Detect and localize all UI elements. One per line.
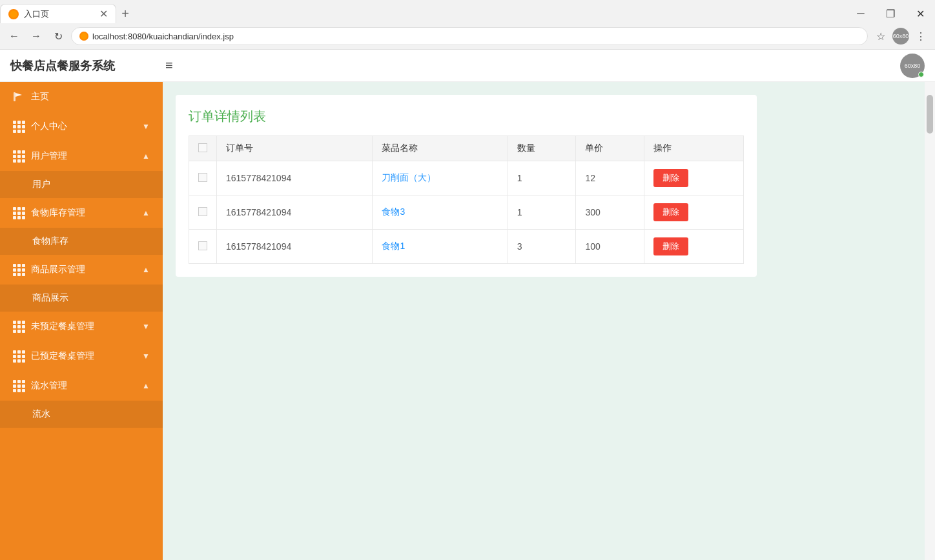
- header-operation: 操作: [644, 136, 744, 161]
- row2-order-id: 1615778421094: [217, 195, 373, 230]
- sidebar-item-home[interactable]: 主页: [0, 82, 163, 112]
- sidebar-sub-item-food-inventory[interactable]: 食物库存: [0, 228, 163, 255]
- sidebar-item-user-mgmt[interactable]: 用户管理 ▲: [0, 141, 163, 171]
- sidebar-sub-item-product-display[interactable]: 商品展示: [0, 285, 163, 312]
- row3-dish-name: 食物1: [373, 230, 508, 264]
- header-dish-name: 菜品名称: [373, 136, 508, 161]
- main-area: 主页 个人中心 ▼ 用户管理 ▲ 用户: [0, 82, 935, 560]
- restore-button[interactable]: ❐: [876, 2, 905, 25]
- grid-icon-reserved: [13, 350, 25, 362]
- row1-qty: 1: [508, 161, 576, 195]
- row1-checkbox-cell: [189, 161, 217, 195]
- sidebar: 主页 个人中心 ▼ 用户管理 ▲ 用户: [0, 82, 163, 560]
- sidebar-sub-item-flow[interactable]: 流水: [0, 401, 163, 428]
- sidebar-item-flow-mgmt[interactable]: 流水管理 ▲: [0, 371, 163, 401]
- browser-chrome: 入口页 ✕ + ─ ❐ ✕ ← → ↻ localhost:8080/kuaic…: [0, 0, 935, 50]
- table-row: 1615778421094 刀削面（大） 1 12 删除: [189, 161, 744, 195]
- new-tab-button[interactable]: +: [116, 5, 134, 23]
- address-bar[interactable]: localhost:8080/kuaichandian/index.jsp: [71, 27, 868, 45]
- flow-arrow: ▲: [142, 381, 150, 390]
- url-text: localhost:8080/kuaichandian/index.jsp: [92, 32, 234, 41]
- window-controls: ─ ❐ ✕: [846, 2, 935, 25]
- sidebar-item-personal-label: 个人中心: [31, 121, 136, 132]
- sidebar-item-personal[interactable]: 个人中心 ▼: [0, 112, 163, 141]
- grid-icon-flow: [13, 380, 25, 392]
- table-header-row: 订单号 菜品名称 数量 单价 操作: [189, 136, 744, 161]
- row2-delete-button[interactable]: 删除: [653, 203, 688, 221]
- order-detail-table: 订单号 菜品名称 数量 单价 操作 1615: [189, 135, 744, 264]
- tab-favicon: [8, 9, 19, 19]
- header-unit-price: 单价: [576, 136, 644, 161]
- grid-icon-user-mgmt: [13, 150, 25, 162]
- address-bar-row: ← → ↻ localhost:8080/kuaichandian/index.…: [0, 23, 935, 49]
- sidebar-item-reserved-label: 已预定餐桌管理: [31, 350, 136, 362]
- row3-operation: 删除: [644, 230, 744, 264]
- user-mgmt-arrow: ▲: [142, 152, 150, 161]
- row1-operation: 删除: [644, 161, 744, 195]
- close-button[interactable]: ✕: [905, 2, 935, 25]
- row2-dish-name: 食物3: [373, 195, 508, 230]
- row3-order-id: 1615778421094: [217, 230, 373, 264]
- row3-delete-button[interactable]: 删除: [653, 237, 688, 255]
- reserved-arrow: ▼: [142, 352, 150, 361]
- sub-item-user-label: 用户: [32, 179, 50, 190]
- row3-checkbox-cell: [189, 230, 217, 264]
- header-right: 60x80: [900, 54, 925, 78]
- tab-bar: 入口页 ✕ + ─ ❐ ✕: [0, 0, 935, 23]
- refresh-button[interactable]: ↻: [49, 27, 67, 45]
- table-row: 1615778421094 食物1 3 100 删除: [189, 230, 744, 264]
- row1-delete-button[interactable]: 删除: [653, 169, 688, 187]
- row3-qty: 3: [508, 230, 576, 264]
- row1-dish-name: 刀削面（大）: [373, 161, 508, 195]
- user-avatar[interactable]: 60x80: [900, 54, 925, 78]
- header-checkbox-cell: [189, 136, 217, 161]
- content-area: 订单详情列表 订单号 菜品名称 数量 单价 操作: [163, 82, 925, 560]
- sidebar-sub-item-user[interactable]: 用户: [0, 171, 163, 198]
- hamburger-button[interactable]: ≡: [165, 58, 173, 73]
- table-title: 订单详情列表: [189, 108, 744, 125]
- unreserved-arrow: ▼: [142, 322, 150, 331]
- browser-menu-button[interactable]: ⋮: [912, 27, 930, 45]
- grid-icon-food: [13, 207, 25, 219]
- sub-item-flow-label: 流水: [32, 408, 50, 420]
- header-checkbox[interactable]: [198, 143, 207, 152]
- row2-checkbox[interactable]: [198, 207, 207, 216]
- row2-operation: 删除: [644, 195, 744, 230]
- row1-checkbox[interactable]: [198, 173, 207, 182]
- sidebar-item-product-display[interactable]: 商品展示管理 ▲: [0, 255, 163, 285]
- scrollbar[interactable]: [925, 82, 935, 560]
- app-logo: 快餐店点餐服务系统: [10, 58, 165, 74]
- row3-checkbox[interactable]: [198, 241, 207, 250]
- sidebar-item-home-label: 主页: [31, 91, 150, 103]
- sidebar-item-unreserved-label: 未预定餐桌管理: [31, 321, 136, 332]
- scroll-thumb[interactable]: [927, 95, 933, 134]
- active-tab[interactable]: 入口页 ✕: [0, 4, 116, 23]
- forward-button[interactable]: →: [27, 27, 45, 45]
- row3-price: 100: [576, 230, 644, 264]
- sidebar-item-unreserved-table[interactable]: 未预定餐桌管理 ▼: [0, 312, 163, 341]
- grid-icon-product: [13, 264, 25, 275]
- bookmark-button[interactable]: ☆: [872, 27, 890, 45]
- table-row: 1615778421094 食物3 1 300 删除: [189, 195, 744, 230]
- sidebar-item-user-mgmt-label: 用户管理: [31, 150, 136, 162]
- sidebar-item-product-label: 商品展示管理: [31, 264, 136, 275]
- order-detail-card: 订单详情列表 订单号 菜品名称 数量 单价 操作: [176, 95, 757, 277]
- sidebar-item-reserved-table[interactable]: 已预定餐桌管理 ▼: [0, 341, 163, 371]
- row2-price: 300: [576, 195, 644, 230]
- app-header: 快餐店点餐服务系统 ≡ 60x80: [0, 50, 935, 82]
- row2-qty: 1: [508, 195, 576, 230]
- site-icon: [79, 32, 88, 41]
- sidebar-item-food-label: 食物库存管理: [31, 207, 136, 219]
- personal-arrow: ▼: [142, 122, 150, 131]
- sidebar-item-flow-label: 流水管理: [31, 380, 136, 392]
- flag-icon: [13, 91, 25, 103]
- browser-user-avatar[interactable]: 60x80: [892, 28, 909, 45]
- svg-rect-0: [14, 92, 15, 101]
- tab-close-button[interactable]: ✕: [99, 9, 108, 19]
- grid-icon-personal: [13, 121, 25, 132]
- sidebar-item-food-inventory[interactable]: 食物库存管理 ▲: [0, 198, 163, 228]
- back-button[interactable]: ←: [5, 27, 23, 45]
- minimize-button[interactable]: ─: [846, 2, 876, 25]
- app-container: 快餐店点餐服务系统 ≡ 60x80 主页: [0, 50, 935, 560]
- header-qty: 数量: [508, 136, 576, 161]
